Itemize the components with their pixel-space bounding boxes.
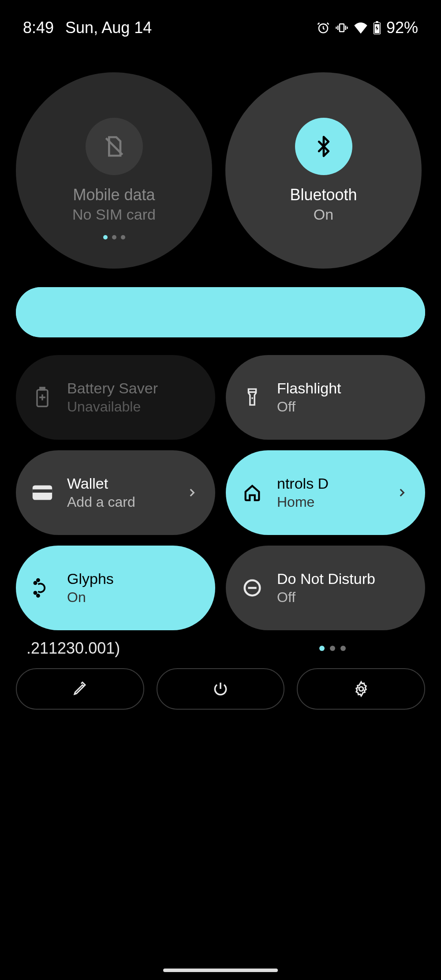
svg-point-10: [34, 582, 36, 584]
gear-icon: [353, 681, 370, 697]
device-controls-tile[interactable]: ntrols D Home: [226, 450, 425, 535]
svg-point-12: [34, 592, 36, 594]
status-date: Sun, Aug 14: [65, 19, 152, 37]
svg-point-13: [37, 595, 39, 597]
battery-saver-icon: [29, 387, 56, 408]
glyphs-tile[interactable]: Glyphs On: [16, 546, 215, 630]
battery-saver-tile[interactable]: Battery Saver Unavailable: [16, 355, 215, 440]
flashlight-icon: [239, 387, 265, 408]
power-icon: [212, 681, 229, 697]
svg-point-15: [359, 687, 363, 691]
glyphs-icon: [29, 577, 56, 598]
build-row: .211230.001): [0, 630, 441, 658]
svg-rect-7: [40, 388, 45, 390]
bluetooth-sub: On: [314, 206, 333, 223]
brightness-fill: [16, 287, 425, 337]
glyphs-title: Glyphs: [67, 570, 198, 587]
wallet-sub: Add a card: [67, 494, 175, 510]
brightness-slider[interactable]: [16, 287, 425, 337]
vibrate-icon: [335, 21, 348, 34]
chevron-right-icon: [186, 487, 198, 498]
power-button[interactable]: [157, 668, 285, 710]
pencil-icon: [72, 681, 88, 697]
status-time: 8:49: [23, 19, 54, 37]
chevron-right-icon: [396, 487, 407, 498]
flashlight-tile[interactable]: Flashlight Off: [226, 355, 425, 440]
settings-button[interactable]: [297, 668, 425, 710]
qs-page-dots[interactable]: [319, 646, 346, 651]
svg-point-11: [37, 579, 39, 581]
status-left: 8:49 Sun, Aug 14: [23, 19, 152, 37]
dnd-sub: Off: [277, 589, 407, 606]
dnd-title: Do Not Disturb: [277, 570, 407, 587]
device-controls-title: ntrols D: [277, 475, 385, 492]
wallet-tile[interactable]: Wallet Add a card: [16, 450, 215, 535]
wifi-icon: [354, 22, 368, 34]
svg-rect-9: [33, 490, 52, 493]
alarm-icon: [317, 21, 330, 34]
flashlight-sub: Off: [277, 399, 407, 415]
no-sim-icon: [86, 118, 143, 175]
qs-large-tiles: Mobile data No SIM card Bluetooth On: [0, 37, 441, 269]
status-bar: 8:49 Sun, Aug 14 92%: [0, 0, 441, 37]
bluetooth-title: Bluetooth: [290, 186, 357, 204]
battery-saver-title: Battery Saver: [67, 380, 198, 397]
gesture-bar[interactable]: [163, 969, 278, 972]
flashlight-title: Flashlight: [277, 380, 407, 397]
qs-footer-actions: [0, 658, 441, 710]
edit-button[interactable]: [16, 668, 144, 710]
build-number: .211230.001): [26, 639, 319, 658]
dnd-icon: [239, 578, 265, 598]
mobile-data-sub: No SIM card: [72, 206, 156, 223]
dnd-tile[interactable]: Do Not Disturb Off: [226, 546, 425, 630]
glyphs-sub: On: [67, 589, 198, 606]
home-icon: [239, 483, 265, 503]
status-right: 92%: [317, 19, 418, 37]
qs-tile-grid: Battery Saver Unavailable Flashlight Off…: [0, 337, 441, 630]
battery-charging-icon: [373, 21, 381, 34]
bluetooth-icon: [295, 118, 352, 175]
wallet-title: Wallet: [67, 475, 175, 492]
mobile-data-page-dots: [103, 235, 125, 239]
svg-rect-3: [376, 21, 378, 22]
battery-saver-sub: Unavailable: [67, 399, 198, 415]
mobile-data-tile[interactable]: Mobile data No SIM card: [16, 72, 212, 269]
device-controls-sub: Home: [277, 494, 385, 510]
wallet-icon: [29, 484, 56, 501]
svg-rect-1: [340, 24, 344, 32]
battery-percentage: 92%: [386, 19, 418, 37]
bluetooth-tile[interactable]: Bluetooth On: [225, 72, 422, 269]
mobile-data-title: Mobile data: [73, 186, 155, 204]
